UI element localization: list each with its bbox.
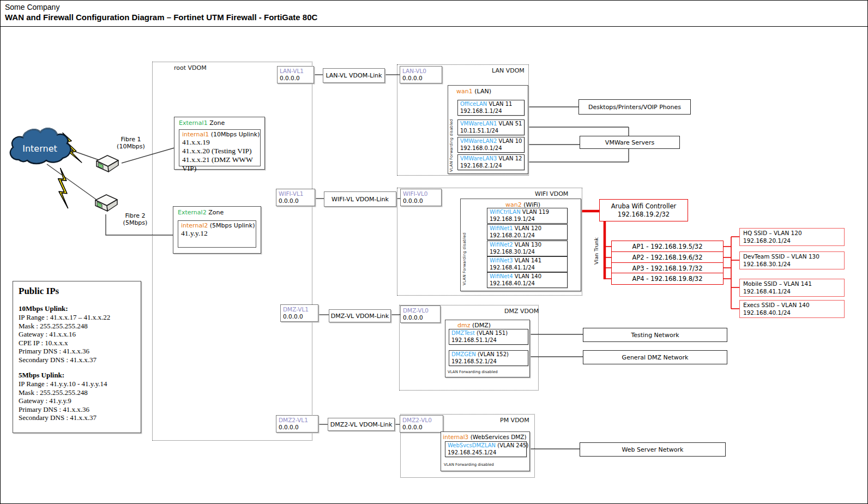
- aruba-controller-box: Aruba Wifi Controller 192.168.19.2/32: [599, 199, 688, 221]
- ssid-box-devteam: DevTeam SSID – VLAN 130 192.168.30.1/24: [739, 251, 845, 269]
- vlan-box-dmztest: DMZTest (VLAN 151) 192.168.51.1/24: [449, 329, 528, 345]
- root-vdom-label: root VDOM: [174, 64, 207, 71]
- ssid-box-mobile: Mobile SSID – VLAN 141 192.168.41.1/24: [739, 279, 845, 297]
- ap4-box: AP4 - 192.168.19.8/32: [611, 273, 724, 285]
- wifi-vdom-label: WIFI VDOM: [535, 190, 568, 197]
- ap3-box: AP3 - 192.168.19.7/32: [611, 262, 724, 274]
- web-server-network-box: Web Server Network: [580, 442, 726, 457]
- external2-zone-title: External2 Zone: [178, 209, 261, 216]
- external2-zone-box: External2 Zone internal2 (5Mbps Uplink) …: [173, 206, 261, 254]
- vlan-box-vmwarelan2: VMWareLAN2 VLAN 10 192.168.0.1/24: [457, 137, 525, 153]
- general-dmz-network-box: General DMZ Network: [583, 350, 727, 364]
- internal2-box: internal2 (5Mbps Uplink) 41.y.y.12: [178, 220, 256, 248]
- lan-vdom-label: LAN VDOM: [492, 67, 525, 74]
- internal1-box: internal1 (10Mbps Uplink) 41.x.x.19 41.x…: [179, 129, 261, 166]
- external1-zone-title: External1 Zone: [179, 119, 264, 127]
- pm-vlan-forwarding-note: VLAN Forwarding disabled: [444, 463, 494, 467]
- lan-vl1-box: LAN-VL1 0.0.0.0: [277, 66, 314, 83]
- dmz2-vl0-box: DMZ2-VL0 0.0.0.0: [400, 415, 443, 433]
- internal3-label: internal3 (WebServices DMZ): [441, 434, 529, 440]
- lan-vlan-forwarding-note: VLAN Forwarding disabled: [449, 116, 454, 172]
- wifi-vdom-link-box: WIFI-VL VDOM-Link: [324, 191, 396, 207]
- lightning-bolt-icon: [44, 168, 84, 208]
- vlan-box-dmzgen: DMZGEN (VLAN 152) 192.168.52.1/24: [449, 350, 528, 366]
- fibre1-label: Fibre 1 (10Mbps): [110, 136, 152, 150]
- vlan-trunk-label: Vlan Trunk: [593, 222, 599, 265]
- dmz-vdom-link-box: DMZ-VL VDOM-Link: [329, 309, 391, 322]
- lan-vdom-link-box: LAN-VL VDOM-Link: [323, 68, 385, 83]
- internet-cloud-icon: Internet: [6, 123, 74, 171]
- public-ips-panel: Public IPs 10Mbps Uplink: IP Range : 41.…: [13, 281, 141, 433]
- ap2-box: AP2 - 192.168.19.6/32: [611, 251, 724, 263]
- ssid-box-hq: HQ SSID – VLAN 120 192.168.20.1/24: [739, 228, 845, 246]
- vlan-box-wifinet1: WifiNet1 VLAN 120 192.168.20.1/24: [487, 224, 568, 240]
- vlan-box-vmwarelan3: VMWareLAN3 VLAN 12 192.168.2.1/24: [457, 154, 525, 170]
- wifi-vl0-box: WIFI-VL0 0.0.0.0: [400, 189, 442, 206]
- vlan-box-wifictrllan: WifiCtrlLAN VLAN 119 192.168.19.1/24: [487, 208, 568, 224]
- wifi-vlan-forwarding-note: VLAN Forwarding disabled: [462, 221, 467, 285]
- fibre2-label: Fibre 2 (5Mbps): [114, 212, 156, 226]
- wifi-vl1-box: WIFI-VL1 0.0.0.0: [276, 189, 315, 206]
- vlan-box-wifinet2: WifiNet2 VLAN 130 192.168.30.1/24: [487, 241, 568, 256]
- pm-vdom-label: PM VDOM: [500, 417, 529, 424]
- ssid-box-execs: Execs SSID – VLAN 140 192.168.40.1/24: [739, 300, 845, 318]
- vlan-box-websvcsdmzlan: WebSvcsDMZLAN (VLAN 245) 192.168.245.1/2…: [445, 441, 527, 457]
- dmz2-vl1-box: DMZ2-VL1 0.0.0.0: [276, 415, 318, 433]
- desktops-network-box: Desktops/Printers/VOIP Phones: [578, 99, 691, 115]
- vlan-box-officelan: OfficeLAN VLAN 11 192.168.1.1/24: [457, 100, 525, 116]
- ap1-box: AP1 - 192.168.19.5/32: [611, 241, 724, 253]
- dmz-vl1-box: DMZ-VL1 0.0.0.0: [280, 304, 318, 322]
- internet-label: Internet: [22, 143, 57, 154]
- dmz-label: dmz (DMZ): [457, 322, 491, 329]
- vmware-servers-box: VMWare Servers: [580, 136, 680, 149]
- dmz-vl0-box: DMZ-VL0 0.0.0.0: [400, 305, 441, 323]
- dmz-vdom-label: DMZ VDOM: [504, 308, 539, 315]
- modem-icon: [92, 152, 123, 176]
- dmz2-vdom-link-box: DMZ2-VL VDOM-Link: [328, 418, 395, 431]
- public-ips-title: Public IPs: [19, 286, 135, 297]
- vlan-box-wifinet4: WifiNet4 VLAN 140 192.168.40.1/24: [487, 272, 568, 288]
- lan-vl0-box: LAN-VL0 0.0.0.0: [400, 66, 442, 83]
- vlan-box-wifinet3: WifiNet3 VLAN 141 192.168.41.1/24: [487, 256, 568, 272]
- vlan-box-vmwarelan1: VMWareLAN1 VLAN 51 10.11.51.1/24: [457, 119, 525, 135]
- dmz-vlan-forwarding-note: VLAN Forwarding disabled: [448, 370, 498, 374]
- testing-network-box: Testing Network: [583, 328, 727, 342]
- wan1-label: wan1 (LAN): [456, 88, 491, 95]
- diagram-canvas: Some Company WAN and Firewall Configurat…: [0, 0, 868, 504]
- external1-zone-box: External1 Zone internal1 (10Mbps Uplink)…: [174, 117, 265, 170]
